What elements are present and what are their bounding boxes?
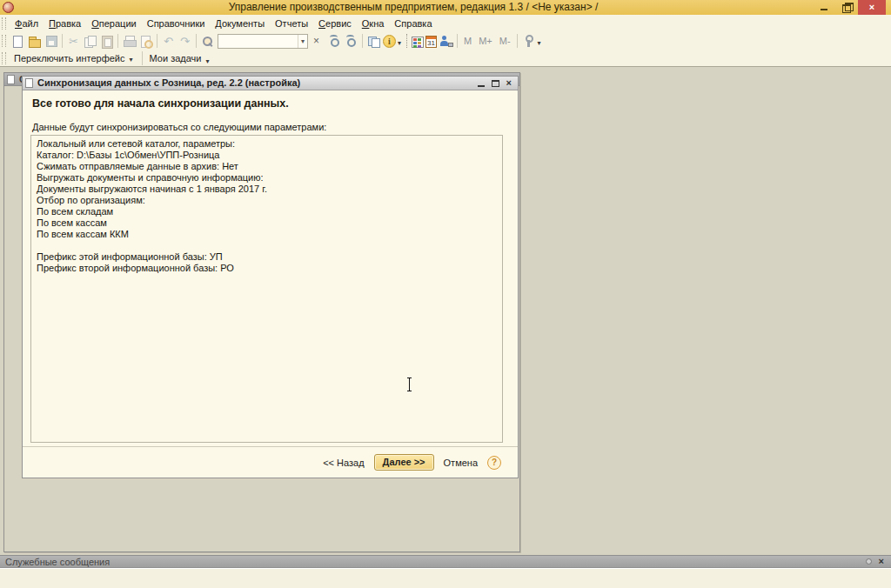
param-line: Локальный или сетевой каталог, параметры… [37, 138, 497, 150]
params-label: Данные будут синхронизироваться со следу… [32, 122, 326, 132]
copy-icon[interactable] [83, 34, 97, 49]
param-line: Отбор по организациям: [37, 195, 497, 206]
paste-icon[interactable] [99, 34, 114, 49]
param-line: По всем кассам ККМ [37, 229, 497, 240]
app-window-controls: × [813, 0, 886, 15]
my-tasks-label: Мои задачи [150, 53, 202, 63]
user-lock-icon[interactable] [439, 34, 453, 49]
param-line: По всем кассам [37, 217, 497, 229]
windows-list-icon[interactable] [366, 34, 381, 49]
param-line: Сжимать отправляемые данные в архив: Нет [37, 161, 497, 172]
service-messages-titlebar[interactable]: Служебные сообщения × [0, 555, 891, 568]
window-controls: × [478, 77, 518, 89]
switch-interface-label: Переключить интерфейс [14, 53, 125, 63]
interface-toolbar: Переключить интерфейс ▾ Мои задачи ▾ [0, 50, 891, 67]
chevron-down-icon: ▾ [130, 56, 133, 63]
mdi-workspace: Синхронизация данных × Синхронизация дан… [0, 67, 891, 555]
toolbar-grip[interactable] [2, 17, 6, 30]
undo-icon[interactable]: ↶ [161, 34, 176, 49]
toolbar-separator [142, 51, 143, 65]
my-tasks-button[interactable]: Мои задачи ▾ [145, 51, 216, 66]
document-icon [25, 78, 33, 88]
calendar-day-label: 31 [426, 39, 436, 47]
param-line: Выгружать документы и справочную информа… [37, 172, 497, 184]
save-icon[interactable] [44, 34, 58, 49]
open-icon[interactable] [27, 34, 42, 49]
redo-icon[interactable]: ↷ [178, 34, 192, 49]
toolbar-separator [362, 34, 363, 48]
toolbar-separator [157, 34, 157, 48]
new-document-icon[interactable] [10, 34, 25, 49]
next-button[interactable]: Далее >> [374, 454, 434, 471]
param-line: Префикс второй информационной базы: РО [37, 263, 497, 274]
menu-documents[interactable]: Документы [210, 17, 270, 30]
sync-parameters-box[interactable]: Локальный или сетевой каталог, параметры… [30, 135, 503, 443]
param-line: Документы выгружаются начиная с 1 января… [37, 184, 497, 195]
switch-interface-button[interactable]: Переключить интерфейс ▾ [10, 52, 139, 64]
text-cursor-icon [405, 378, 413, 391]
maximize-icon[interactable] [492, 80, 499, 87]
menu-operations[interactable]: Операции [86, 17, 141, 30]
menu-file[interactable]: Файл [10, 17, 44, 30]
calendar-icon[interactable]: 31 [425, 36, 437, 48]
quick-search-input[interactable] [218, 36, 298, 47]
wizard-heading: Все готово для начала синхронизации данн… [32, 97, 289, 110]
settings-wrench-icon[interactable] [521, 34, 536, 49]
toolbar-separator [406, 34, 407, 48]
combo-dropdown-icon[interactable]: ▾ [298, 35, 307, 48]
cancel-button[interactable]: Отмена [444, 458, 478, 468]
print-icon[interactable] [122, 34, 137, 49]
toolbar-grip[interactable] [2, 35, 6, 47]
back-button[interactable]: << Назад [323, 458, 364, 468]
close-icon[interactable]: × [879, 556, 884, 567]
wizard-footer: << Назад Далее >> Отмена ? [23, 446, 518, 478]
find-previous-icon[interactable] [327, 34, 342, 49]
memory-recall-button[interactable]: M [460, 32, 475, 50]
memory-add-button[interactable]: M+ [475, 32, 496, 50]
info-icon[interactable]: i [383, 35, 396, 48]
find-next-icon[interactable] [344, 34, 358, 49]
formula-board-icon[interactable] [412, 37, 424, 48]
menu-help[interactable]: Справка [389, 17, 437, 30]
menu-bar: Файл Правка Операции Справочники Докумен… [0, 15, 891, 31]
toolbar-grip[interactable] [2, 52, 6, 64]
param-line: Префикс этой информационной базы: УП [37, 251, 497, 263]
toolbar-separator [117, 34, 118, 48]
info-dropdown-icon[interactable]: ▾ [398, 39, 401, 47]
lock-icon [448, 43, 453, 47]
menu-catalogs[interactable]: Справочники [142, 17, 211, 30]
memory-subtract-button[interactable]: M- [496, 32, 514, 50]
search-icon[interactable] [200, 34, 215, 49]
service-messages-panel: Служебные сообщения × [0, 555, 891, 588]
param-line: По всем складам [37, 206, 497, 217]
help-button[interactable]: ? [487, 456, 501, 470]
clear-search-icon[interactable]: × [311, 34, 325, 49]
menu-service[interactable]: Сервис [313, 17, 357, 30]
minimize-icon[interactable] [478, 85, 485, 87]
toolbar-separator [62, 34, 63, 48]
pin-icon[interactable] [866, 558, 872, 565]
menu-windows[interactable]: Окна [357, 17, 390, 30]
app-title: Управление производственным предприятием… [14, 0, 813, 15]
sync-wizard-titlebar[interactable]: Синхронизация данных с Розница, ред. 2.2… [23, 77, 518, 90]
param-line [37, 240, 497, 251]
print-preview-icon[interactable] [138, 34, 153, 49]
app-logo-1c-icon [3, 2, 14, 13]
close-icon[interactable]: × [506, 77, 512, 89]
menu-reports[interactable]: Отчеты [270, 17, 313, 30]
sync-wizard-title: Синхронизация данных с Розница, ред. 2.2… [37, 77, 300, 90]
main-toolbar: ✂ ↶ ↷ ▾ × i ▾ 31 M M+ M- ▾ [0, 31, 891, 50]
document-icon [7, 75, 15, 84]
close-button[interactable]: × [858, 0, 886, 15]
service-messages-title: Служебные сообщения [0, 556, 110, 568]
restore-button[interactable] [835, 0, 858, 15]
chevron-down-icon: ▾ [205, 57, 209, 65]
service-messages-content [0, 568, 891, 588]
cut-icon[interactable]: ✂ [66, 34, 81, 49]
minimize-button[interactable] [813, 0, 835, 15]
settings-dropdown-icon[interactable]: ▾ [538, 39, 541, 47]
sync-wizard-body: Все готово для начала синхронизации данн… [23, 90, 518, 478]
menu-edit[interactable]: Правка [44, 17, 86, 30]
toolbar-separator [517, 34, 518, 48]
sync-data-window: Синхронизация данных × Синхронизация дан… [3, 72, 520, 552]
